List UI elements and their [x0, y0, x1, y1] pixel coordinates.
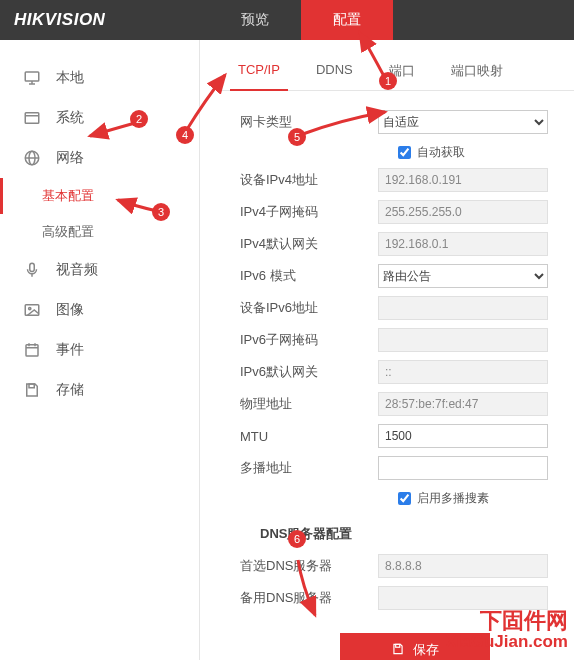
ipv4-gw-input: [378, 232, 548, 256]
ipv6-addr-label: 设备IPv6地址: [240, 299, 378, 317]
auto-obtain-label: 自动获取: [417, 144, 465, 161]
auto-obtain-checkbox[interactable]: [398, 146, 411, 159]
svg-rect-3: [25, 113, 39, 124]
ipv4-addr-input: [378, 168, 548, 192]
dns2-label: 备用DNS服务器: [240, 589, 378, 607]
svg-rect-12: [26, 345, 38, 356]
sidebar-item-image[interactable]: 图像: [0, 290, 199, 330]
sidebar-item-label: 本地: [56, 69, 84, 87]
subtab-portmap[interactable]: 端口映射: [433, 56, 521, 90]
save-icon: [22, 380, 42, 400]
ipv4-gw-label: IPv4默认网关: [240, 235, 378, 253]
svg-rect-17: [396, 644, 400, 647]
ipv6-gw-label: IPv6默认网关: [240, 363, 378, 381]
subtab-tcpip[interactable]: TCP/IP: [220, 56, 298, 90]
nic-type-label: 网卡类型: [240, 113, 378, 131]
ipv4-addr-label: 设备IPv4地址: [240, 171, 378, 189]
multicast-input[interactable]: [378, 456, 548, 480]
ipv6-mode-label: IPv6 模式: [240, 267, 378, 285]
watermark-line2: XiaGuJian.com: [445, 633, 568, 652]
sidebar-item-label: 存储: [56, 381, 84, 399]
ipv6-mask-label: IPv6子网掩码: [240, 331, 378, 349]
sidebar-item-event[interactable]: 事件: [0, 330, 199, 370]
content: TCP/IP DDNS 端口 端口映射 网卡类型 自适应 自动获取 设备IPv4…: [200, 40, 574, 660]
watermark-line1: 下固件网: [445, 609, 568, 633]
svg-rect-10: [25, 305, 39, 316]
sidebar-item-network[interactable]: 网络: [0, 138, 199, 178]
sidebar-sub-advanced[interactable]: 高级配置: [0, 214, 199, 250]
nic-type-select[interactable]: 自适应: [378, 110, 548, 134]
dns1-input: [378, 554, 548, 578]
svg-rect-8: [30, 263, 35, 271]
calendar-icon: [22, 340, 42, 360]
sidebar-item-system[interactable]: 系统: [0, 98, 199, 138]
ipv4-mask-label: IPv4子网掩码: [240, 203, 378, 221]
watermark: 下固件网 XiaGuJian.com: [445, 609, 568, 652]
logo: HIKVISION: [0, 10, 119, 30]
ipv4-mask-input: [378, 200, 548, 224]
svg-rect-0: [25, 72, 39, 81]
subtab-port[interactable]: 端口: [371, 56, 433, 90]
dns1-label: 首选DNS服务器: [240, 557, 378, 575]
dns2-input: [378, 586, 548, 610]
nav-preview[interactable]: 预览: [209, 0, 301, 40]
svg-point-11: [29, 307, 31, 309]
save-disk-icon: [391, 642, 405, 659]
monitor-icon: [22, 68, 42, 88]
svg-rect-16: [29, 384, 34, 388]
mtu-label: MTU: [240, 429, 378, 444]
save-button-label: 保存: [413, 641, 439, 659]
sidebar: 本地 系统 网络 基本配置 高级配置 视音频 图像 事件 存储: [0, 40, 200, 660]
window-icon: [22, 108, 42, 128]
sidebar-item-storage[interactable]: 存储: [0, 370, 199, 410]
sidebar-item-label: 网络: [56, 149, 84, 167]
ipv6-mode-select[interactable]: 路由公告: [378, 264, 548, 288]
dns-section-title: DNS服务器配置: [240, 511, 574, 551]
sidebar-item-label: 图像: [56, 301, 84, 319]
multicast-label: 多播地址: [240, 459, 378, 477]
ipv6-addr-input: [378, 296, 548, 320]
sidebar-sub-basic[interactable]: 基本配置: [0, 178, 199, 214]
multicast-search-label: 启用多播搜素: [417, 490, 489, 507]
sidebar-item-label: 系统: [56, 109, 84, 127]
multicast-search-checkbox[interactable]: [398, 492, 411, 505]
sidebar-item-label: 事件: [56, 341, 84, 359]
sidebar-item-label: 视音频: [56, 261, 98, 279]
subtab-ddns[interactable]: DDNS: [298, 56, 371, 90]
ipv6-mask-input: [378, 328, 548, 352]
ipv6-gw-input: [378, 360, 548, 384]
globe-icon: [22, 148, 42, 168]
mac-input: [378, 392, 548, 416]
mac-label: 物理地址: [240, 395, 378, 413]
nav-config[interactable]: 配置: [301, 0, 393, 40]
image-icon: [22, 300, 42, 320]
sidebar-item-local[interactable]: 本地: [0, 58, 199, 98]
mic-icon: [22, 260, 42, 280]
mtu-input[interactable]: [378, 424, 548, 448]
sidebar-item-av[interactable]: 视音频: [0, 250, 199, 290]
